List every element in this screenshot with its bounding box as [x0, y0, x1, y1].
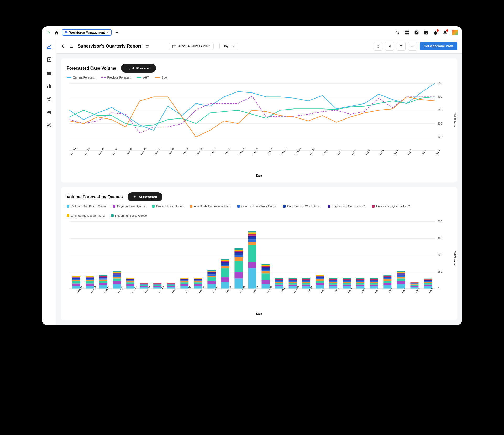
svg-rect-303 [410, 286, 418, 287]
add-tab-button[interactable]: + [115, 30, 119, 35]
compose-icon[interactable] [414, 30, 419, 35]
line-chart: 0100200300400500 June 14June 15June 16Ju… [67, 81, 452, 177]
svg-rect-188 [248, 236, 256, 237]
svg-rect-290 [383, 276, 391, 276]
svg-rect-105 [140, 285, 148, 285]
sidebar-item-profile[interactable] [46, 57, 52, 63]
svg-rect-313 [424, 285, 432, 286]
avatar[interactable] [452, 30, 458, 35]
y-axis-label: Call Volume [453, 251, 456, 266]
back-icon[interactable] [61, 44, 66, 49]
svg-rect-64 [86, 281, 94, 283]
svg-rect-80 [99, 276, 107, 276]
x-axis-label: Date [67, 312, 452, 315]
list-icon[interactable] [69, 44, 74, 49]
topbar-left: Workforce Management ✕ + [46, 29, 119, 36]
apps-grid-icon[interactable] [405, 30, 410, 35]
svg-point-28 [412, 46, 413, 46]
date-range-picker[interactable]: June 14 - July 14 2022 [169, 43, 213, 50]
people-icon [65, 30, 68, 34]
svg-rect-285 [383, 279, 391, 281]
svg-rect-83 [113, 281, 121, 284]
svg-rect-169 [221, 261, 229, 262]
svg-rect-138 [180, 279, 188, 280]
svg-rect-203 [275, 285, 283, 286]
search-icon[interactable] [395, 30, 400, 35]
svg-rect-114 [153, 285, 161, 286]
svg-rect-106 [140, 284, 148, 285]
svg-rect-108 [140, 284, 148, 284]
svg-rect-296 [397, 276, 405, 277]
granularity-select[interactable]: Day [219, 43, 238, 50]
svg-rect-136 [180, 281, 188, 281]
set-approval-path-button[interactable]: Set Approval Path [420, 42, 457, 50]
svg-rect-190 [248, 232, 256, 234]
svg-rect-69 [86, 277, 94, 278]
svg-rect-206 [275, 281, 283, 282]
svg-rect-309 [410, 282, 418, 283]
svg-rect-120 [153, 283, 161, 283]
sparkle-icon [126, 66, 130, 70]
puzzle-icon[interactable] [433, 30, 438, 35]
svg-rect-297 [397, 275, 405, 276]
legend-item: Generic Tasks Work Queue [237, 205, 277, 208]
svg-rect-118 [153, 284, 161, 284]
svg-rect-180 [234, 250, 243, 251]
card-forecasted-case-volume: Forecasted Case Volume AI Powered Curren… [61, 58, 457, 182]
svg-rect-182 [248, 268, 256, 288]
sidebar-item-announce[interactable] [46, 109, 52, 115]
external-icon[interactable] [145, 44, 150, 49]
svg-rect-218 [289, 280, 297, 280]
svg-rect-197 [262, 268, 270, 270]
settings-sliders-button[interactable] [374, 42, 382, 51]
svg-rect-67 [86, 278, 94, 279]
close-icon[interactable]: ✕ [107, 31, 109, 34]
app-window: Workforce Management ✕ + [42, 26, 462, 325]
calendar-icon[interactable] [424, 30, 428, 35]
svg-rect-230 [302, 279, 310, 279]
svg-rect-3 [405, 30, 407, 32]
svg-rect-261 [343, 278, 351, 279]
svg-rect-60 [72, 276, 80, 277]
ai-powered-pill[interactable]: AI Powered [128, 192, 162, 201]
svg-rect-66 [86, 279, 94, 280]
page-header: Supervisor's Quarterly Report June 14 - … [56, 39, 462, 54]
svg-rect-201 [262, 264, 270, 265]
svg-rect-316 [424, 281, 432, 282]
svg-rect-196 [262, 270, 270, 271]
tab-label: Workforce Management [69, 31, 105, 34]
calendar-icon [172, 44, 176, 48]
sidebar-item-analytics[interactable] [46, 44, 52, 49]
tab-workforce-management[interactable]: Workforce Management ✕ [62, 29, 112, 36]
svg-rect-243 [329, 285, 337, 286]
svg-rect-103 [140, 286, 148, 287]
svg-rect-231 [302, 278, 310, 279]
svg-rect-199 [262, 266, 270, 267]
sidebar-item-bar-chart[interactable] [46, 83, 52, 89]
svg-rect-81 [99, 275, 107, 276]
svg-rect-116 [153, 284, 161, 285]
svg-rect-10 [425, 30, 426, 32]
svg-rect-16 [48, 71, 50, 72]
svg-rect-229 [302, 279, 310, 280]
share-button[interactable] [385, 42, 394, 51]
bar-chart: 0150300450600 June 14June 15June 16June … [67, 219, 452, 315]
sidebar-item-toolbox[interactable] [46, 70, 52, 76]
svg-rect-291 [383, 275, 391, 276]
svg-rect-124 [167, 285, 175, 286]
svg-rect-305 [410, 284, 418, 285]
sidebar-item-settings[interactable] [46, 122, 52, 128]
svg-rect-154 [207, 277, 216, 281]
svg-rect-249 [329, 279, 337, 280]
home-icon[interactable] [54, 30, 59, 35]
svg-rect-164 [221, 268, 229, 277]
ai-powered-pill[interactable]: AI Powered [121, 64, 156, 73]
sidebar-item-agent[interactable] [46, 96, 52, 102]
legend-item: Abu Dhabi Commercial Bank [190, 205, 231, 208]
sparkle-icon [133, 195, 136, 199]
filter-button[interactable] [397, 42, 406, 51]
bell-icon[interactable] [443, 30, 447, 35]
more-button[interactable] [408, 42, 417, 51]
svg-rect-89 [113, 273, 121, 273]
svg-rect-204 [275, 283, 283, 285]
